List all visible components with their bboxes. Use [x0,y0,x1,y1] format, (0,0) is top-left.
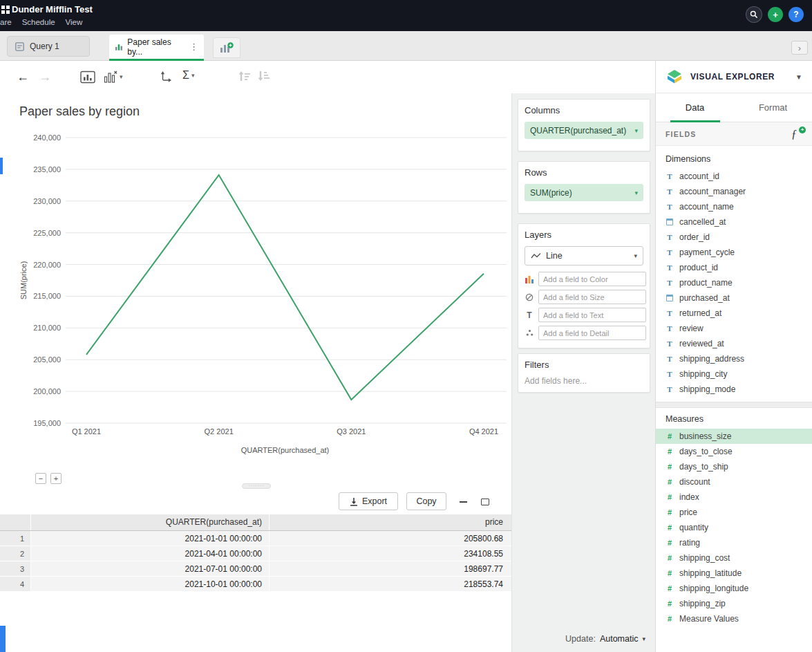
tab-overflow-button[interactable]: › [791,41,808,55]
chart-type-button[interactable]: ▾ [104,71,123,83]
new-tab-button[interactable] [213,37,240,58]
size-shelf-input[interactable] [538,290,646,304]
copy-button[interactable]: Copy [406,492,446,510]
y-tick-label: 210,000 [33,324,61,332]
filters-label: Filters [525,360,643,370]
filters-card[interactable]: Filters Add fields here... [518,353,650,393]
pivot-button[interactable] [159,71,172,84]
viz-toolbar: ← → ▾ Σ▾ [0,61,655,93]
price-cell: 198697.77 [270,561,511,576]
update-mode-select[interactable]: Automatic [600,634,639,644]
visual-explorer-logo [665,68,683,85]
measures-list: #business_size#days_to_close#days_to_shi… [656,429,812,626]
redo-button[interactable]: → [39,69,51,84]
field-label: shipping_cost [679,553,730,563]
measure-item[interactable]: #quantity [656,520,812,535]
zoom-in-button[interactable]: + [50,473,62,484]
sort-ascending-button[interactable] [238,71,250,82]
table-row[interactable]: 22021-04-01 00:00:00234108.55 [0,546,511,561]
row-number-header [0,514,31,530]
dimension-item[interactable]: Tpayment_cycle [656,245,812,260]
add-calculated-field-button[interactable]: ƒ+ [791,128,802,140]
visual-explorer-header[interactable]: VISUAL EXPLORER ▼ [655,61,812,93]
measure-item[interactable]: #Measure Values [656,611,812,626]
chevron-down-icon[interactable]: ▾ [642,635,645,642]
export-label: Export [362,496,387,506]
measure-item[interactable]: #days_to_close [656,444,812,459]
dimension-item[interactable]: Tshipping_mode [656,382,812,397]
add-button[interactable]: + [768,7,783,22]
chevron-down-icon[interactable]: ▾ [634,127,638,134]
columns-pill[interactable]: QUARTER(purchased_at) ▾ [525,122,643,139]
measure-item[interactable]: #rating [656,535,812,550]
measure-item[interactable]: #shipping_longitude [656,581,812,596]
tab-menu-icon[interactable]: ⋮ [189,41,198,52]
help-button[interactable]: ? [789,7,804,22]
minimize-results-button[interactable] [456,496,470,508]
dimension-item[interactable]: cancelled_at [656,214,812,230]
measure-item[interactable]: #business_size [656,429,812,444]
tab-format[interactable]: Format [734,93,812,122]
dimension-item[interactable]: Tproduct_name [656,275,812,290]
download-icon [350,497,358,506]
menu-schedule[interactable]: Schedule [22,18,55,26]
mark-type-select[interactable]: Line ▾ [525,246,643,266]
column-header-price[interactable]: price [270,514,511,530]
tab-paper-sales[interactable]: Paper sales by... ⋮ [109,35,204,61]
rows-pill[interactable]: SUM(price) ▾ [525,184,643,201]
measure-item[interactable]: #shipping_zip [656,596,812,611]
text-shelf-input[interactable] [538,308,646,322]
dimension-item[interactable]: Treview [656,321,812,336]
sort-descending-button[interactable] [257,71,270,82]
dimension-item[interactable]: Treturned_at [656,306,812,321]
app-grid-icon[interactable] [1,6,10,14]
menu-share[interactable]: are [0,18,12,26]
dimension-item[interactable]: Taccount_name [656,199,812,214]
dimension-item[interactable]: Taccount_id [656,169,812,184]
chevron-down-icon[interactable]: ▼ [795,73,802,81]
measure-item[interactable]: #days_to_ship [656,459,812,474]
tab-query-1[interactable]: Query 1 [7,36,90,57]
color-shelf-input[interactable] [538,272,646,286]
undo-button[interactable]: ← [17,69,29,84]
columns-card: Columns QUARTER(purchased_at) ▾ [518,99,650,151]
column-header-quarter[interactable]: QUARTER(purchased_at) [31,514,270,530]
line-chart[interactable]: 195,000200,000205,000210,000215,000220,0… [0,121,511,470]
text-type-icon: T [665,187,674,196]
export-button[interactable]: Export [339,492,398,510]
chart-line-series[interactable] [86,175,484,400]
measure-item[interactable]: #shipping_latitude [656,566,812,581]
detail-shelf-input[interactable] [538,326,646,340]
collapsed-panel-indicator-bottom[interactable] [0,626,6,652]
table-row[interactable]: 42021-10-01 00:00:00218553.74 [0,577,511,592]
search-icon [750,10,758,19]
menu-view[interactable]: View [66,18,83,26]
table-row[interactable]: 32021-07-01 00:00:00198697.77 [0,561,511,577]
field-label: days_to_close [679,447,733,456]
dimension-item[interactable]: Tshipping_address [656,351,812,366]
dimension-item[interactable]: Torder_id [656,230,812,245]
aggregate-button[interactable]: Σ▾ [182,69,194,82]
tab-data[interactable]: Data [656,93,734,122]
dimension-item[interactable]: Treviewed_at [656,336,812,351]
dimension-item[interactable]: Tproduct_id [656,260,812,275]
field-label: product_id [679,263,718,272]
maximize-results-button[interactable] [478,496,492,508]
dimension-item[interactable]: Tshipping_city [656,366,812,382]
measure-item[interactable]: #shipping_cost [656,550,812,566]
table-row[interactable]: 12021-01-01 00:00:00205800.68 [0,531,511,546]
measure-item[interactable]: #price [656,505,812,520]
measure-item[interactable]: #discount [656,474,812,490]
chevron-down-icon: ▾ [120,73,123,80]
collapsed-panel-indicator-top[interactable] [0,158,3,174]
dimension-item[interactable]: purchased_at [656,290,812,306]
y-tick-label: 215,000 [33,292,61,300]
chart-panel-button[interactable] [80,71,95,84]
panel-resize-handle[interactable]: ·············· [242,483,271,489]
chevron-down-icon[interactable]: ▾ [634,189,638,196]
dimension-item[interactable]: Taccount_manager [656,184,812,199]
measure-item[interactable]: #index [656,490,812,505]
dimensions-header: Dimensions [656,154,812,164]
zoom-out-button[interactable]: − [35,473,46,484]
search-button[interactable] [746,6,762,23]
